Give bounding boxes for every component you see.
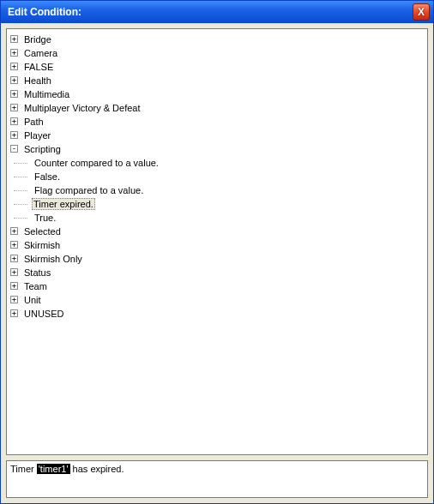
tree-item-label[interactable]: Health [22, 75, 53, 86]
desc-suffix: has expired. [70, 464, 124, 474]
tree-item-unit[interactable]: +Unit [9, 293, 425, 307]
tree-item-true[interactable]: True. [9, 211, 425, 225]
tree-item-selected[interactable]: +Selected [9, 225, 425, 238]
expander-icon[interactable]: + [10, 35, 18, 43]
tree-item-label[interactable]: False. [33, 171, 62, 182]
titlebar: Edit Condition: X [1, 1, 433, 23]
expander-icon[interactable]: + [10, 104, 18, 111]
tree-item-label[interactable]: Player [22, 130, 52, 141]
tree-item-multiplayer-victory-defeat[interactable]: +Multiplayer Victory & Defeat [9, 101, 425, 115]
tree-item-label[interactable]: Flag compared to a value. [33, 185, 145, 195]
condition-tree: +Bridge+Camera+FALSE+Health+Multimedia+M… [9, 33, 425, 321]
tree-item-multimedia[interactable]: +Multimedia [9, 87, 425, 101]
close-icon: X [418, 6, 425, 18]
tree-connector-icon [14, 190, 27, 191]
tree-item-label[interactable]: Timer expired. [32, 198, 95, 210]
tree-item-team[interactable]: +Team [9, 279, 425, 293]
tree-item-false[interactable]: +FALSE [9, 60, 425, 74]
expander-icon[interactable]: + [10, 90, 18, 98]
expander-icon[interactable]: + [10, 282, 18, 290]
tree-item-bridge[interactable]: +Bridge [9, 33, 425, 46]
tree-item-label[interactable]: Multiplayer Victory & Defeat [22, 103, 142, 113]
tree-item-unused[interactable]: +UNUSED [9, 307, 425, 321]
tree-item-label[interactable]: Unit [22, 295, 43, 305]
desc-param-timer[interactable]: 'timer1' [37, 464, 70, 474]
expander-icon[interactable]: + [10, 296, 18, 303]
tree-item-label[interactable]: UNUSED [22, 309, 65, 319]
tree-item-label[interactable]: Selected [22, 226, 63, 237]
tree-item-label[interactable]: Scripting [22, 144, 63, 154]
tree-item-skirmish-only[interactable]: +Skirmish Only [9, 252, 425, 266]
tree-item-label[interactable]: Path [22, 117, 45, 127]
expander-icon[interactable]: + [10, 255, 18, 262]
expander-icon[interactable]: + [10, 76, 18, 84]
close-button[interactable]: X [413, 3, 430, 21]
expander-icon[interactable]: - [10, 145, 18, 153]
client-area: +Bridge+Camera+FALSE+Health+Multimedia+M… [6, 28, 428, 498]
window-title: Edit Condition: [8, 6, 413, 18]
edit-condition-window: Edit Condition: X +Bridge+Camera+FALSE+H… [0, 0, 434, 504]
tree-item-label[interactable]: Status [22, 267, 52, 278]
tree-item-timer-expired[interactable]: Timer expired. [9, 197, 425, 211]
expander-icon[interactable]: + [10, 131, 18, 139]
tree-item-player[interactable]: +Player [9, 129, 425, 142]
tree-item-skirmish[interactable]: +Skirmish [9, 238, 425, 252]
condition-description-panel: Timer 'timer1' has expired. [6, 460, 428, 498]
tree-connector-icon [14, 163, 27, 164]
expander-icon[interactable]: + [10, 268, 18, 276]
expander-icon[interactable]: + [10, 241, 18, 249]
tree-item-label[interactable]: Camera [22, 48, 59, 58]
tree-item-scripting[interactable]: -Scripting [9, 142, 425, 156]
tree-item-label[interactable]: FALSE [22, 62, 55, 72]
tree-item-path[interactable]: +Path [9, 115, 425, 129]
tree-item-status[interactable]: +Status [9, 266, 425, 279]
expander-icon[interactable]: + [10, 49, 18, 57]
expander-icon[interactable]: + [10, 117, 18, 125]
tree-item-false[interactable]: False. [9, 170, 425, 183]
condition-tree-panel[interactable]: +Bridge+Camera+FALSE+Health+Multimedia+M… [6, 28, 428, 455]
tree-item-counter-compared-to-a-value[interactable]: Counter compared to a value. [9, 156, 425, 170]
tree-connector-icon [14, 177, 27, 177]
expander-icon[interactable]: + [10, 63, 18, 70]
tree-item-health[interactable]: +Health [9, 74, 425, 87]
tree-item-label[interactable]: True. [33, 213, 57, 223]
desc-prefix: Timer [10, 464, 37, 474]
tree-item-label[interactable]: Counter compared to a value. [33, 158, 160, 168]
tree-item-camera[interactable]: +Camera [9, 46, 425, 60]
expander-icon[interactable]: + [10, 227, 18, 235]
tree-connector-icon [14, 218, 27, 219]
tree-children: Counter compared to a value.False.Flag c… [9, 156, 425, 225]
tree-item-flag-compared-to-a-value[interactable]: Flag compared to a value. [9, 183, 425, 197]
tree-connector-icon [14, 204, 27, 205]
expander-icon[interactable]: + [10, 309, 18, 317]
tree-item-label[interactable]: Bridge [22, 34, 53, 45]
tree-item-label[interactable]: Skirmish Only [22, 254, 84, 264]
tree-item-label[interactable]: Team [22, 281, 49, 291]
tree-item-label[interactable]: Multimedia [22, 89, 71, 99]
tree-item-label[interactable]: Skirmish [22, 240, 62, 250]
